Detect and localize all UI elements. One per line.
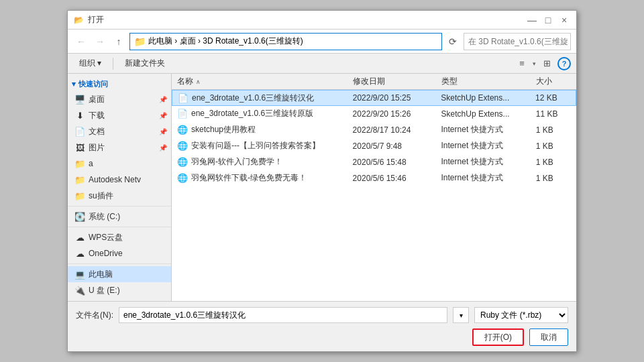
quick-access-header[interactable]: ▾ 快速访问 — [68, 76, 171, 91]
search-input[interactable] — [468, 37, 569, 46]
onedrive-icon: ☁ — [74, 248, 85, 259]
maximize-button[interactable]: □ — [541, 13, 555, 27]
sidebar-item-wps[interactable]: ☁ WPS云盘 — [68, 229, 171, 245]
file-date: 2022/9/20 15:26 — [349, 109, 437, 119]
file-row[interactable]: 🌐 sketchup使用教程 2022/8/17 10:24 Internet … — [172, 122, 576, 138]
view-dropdown-arrow[interactable]: ▾ — [533, 60, 536, 67]
sidebar-label-autodesk: Autodesk Netv — [89, 175, 141, 184]
column-type[interactable]: 类型 — [437, 76, 532, 87]
file-size: 12 KB — [531, 93, 576, 103]
desktop-icon: 🖥️ — [74, 94, 85, 105]
forward-button[interactable]: → — [92, 34, 108, 50]
main-content: ▾ 快速访问 🖥️ 桌面 📌 ⬇ 下载 📌 📄 文档 📌 — [68, 74, 576, 301]
sidebar-item-documents[interactable]: 📄 文档 📌 — [68, 123, 171, 139]
title-bar: 📂 打开 — □ × — [68, 11, 576, 29]
search-box[interactable] — [464, 33, 571, 50]
sidebar-item-downloads[interactable]: ⬇ 下载 📌 — [68, 107, 171, 123]
dialog-title: 打开 — [88, 14, 104, 25]
sidebar-item-onedrive[interactable]: ☁ OneDrive — [68, 245, 171, 261]
sidebar-item-cdrive[interactable]: 💽 系统 (C:) — [68, 208, 171, 225]
file-name: 安装有问题---【上羽问答搜索答案】 — [191, 140, 320, 152]
sidebar-item-thispc[interactable]: 💻 此电脑 — [68, 266, 171, 282]
sidebar-item-autodesk[interactable]: 📁 Autodesk Netv — [68, 172, 171, 188]
sidebar-divider-2 — [68, 227, 171, 227]
filetype-select[interactable]: Ruby 文件 (*.rbz) — [474, 307, 568, 323]
file-size: 1 KB — [532, 141, 576, 151]
file-row[interactable]: 📄 ene_3drotate_v1.0.6三维旋转汉化 2022/9/20 15… — [172, 90, 576, 106]
file-name: 羽兔网软件下载-绿色免费无毒！ — [191, 172, 307, 184]
column-size[interactable]: 大小 — [532, 76, 576, 87]
filename-dropdown-arrow[interactable]: ▾ — [453, 307, 469, 323]
back-button[interactable]: ← — [73, 34, 89, 50]
file-list-header: 名称 ∧ 修改日期 类型 大小 — [172, 74, 576, 90]
file-type: SketchUp Extens... — [437, 109, 532, 119]
column-name[interactable]: 名称 ∧ — [172, 76, 349, 87]
pictures-icon: 🖼 — [74, 142, 85, 153]
sidebar-label-downloads: 下载 — [89, 110, 105, 121]
file-type: SketchUp Extens... — [437, 93, 531, 103]
file-row[interactable]: 🌐 羽兔网软件下载-绿色免费无毒！ 2020/5/6 15:46 Interne… — [172, 170, 576, 186]
address-path[interactable]: 📁 此电脑 › 桌面 › 3D Rotate_v1.0.6(三维旋转) — [129, 33, 442, 50]
toolbar-separator — [113, 58, 113, 70]
file-size: 11 KB — [532, 109, 576, 119]
sidebar-label-documents: 文档 — [89, 126, 105, 137]
sidebar-label-pictures: 图片 — [89, 142, 105, 154]
new-folder-button[interactable]: 新建文件夹 — [119, 56, 171, 71]
folder-autodesk-icon: 📁 — [74, 174, 85, 185]
quick-access-arrow: ▾ — [72, 80, 76, 88]
sidebar-item-pictures[interactable]: 🖼 图片 📌 — [68, 139, 171, 156]
address-bar: ← → ↑ 📁 此电脑 › 桌面 › 3D Rotate_v1.0.6(三维旋转… — [68, 29, 576, 54]
sidebar-item-desktop[interactable]: 🖥️ 桌面 📌 — [68, 91, 171, 107]
action-row: 打开(O) 取消 — [76, 328, 568, 346]
sidebar-divider-1 — [68, 206, 171, 206]
sidebar-label-a: a — [89, 159, 93, 168]
file-icon: 🌐 — [177, 125, 188, 135]
sidebar-label-wps: WPS云盘 — [89, 232, 123, 243]
minimize-button[interactable]: — — [525, 13, 539, 27]
file-date: 2020/5/6 15:46 — [349, 174, 437, 183]
file-date: 2022/9/20 15:25 — [349, 93, 437, 103]
downloads-icon: ⬇ — [74, 110, 85, 121]
file-size: 1 KB — [532, 158, 576, 167]
sidebar: ▾ 快速访问 🖥️ 桌面 📌 ⬇ 下载 📌 📄 文档 📌 — [68, 74, 172, 301]
folder-su-icon: 📁 — [74, 190, 85, 201]
sidebar-item-a[interactable]: 📁 a — [68, 156, 171, 172]
documents-icon: 📄 — [74, 126, 85, 137]
file-icon: 📄 — [177, 109, 188, 119]
file-icon: 🌐 — [177, 173, 188, 184]
column-date-label: 修改日期 — [353, 76, 385, 86]
close-button[interactable]: × — [557, 13, 571, 27]
file-rows-container: 📄 ene_3drotate_v1.0.6三维旋转汉化 2022/9/20 15… — [172, 90, 576, 186]
file-icon: 🌐 — [177, 157, 188, 168]
file-name: 羽兔网-软件入门免费学！ — [191, 156, 282, 168]
open-button[interactable]: 打开(O) — [472, 328, 524, 346]
file-list: 名称 ∧ 修改日期 类型 大小 📄 ene_3drotate_v1.0.6三维旋… — [172, 74, 576, 301]
quick-access-label: 快速访问 — [78, 79, 108, 89]
file-row[interactable]: 🌐 安装有问题---【上羽问答搜索答案】 2020/5/7 9:48 Inter… — [172, 138, 576, 154]
file-size: 1 KB — [532, 125, 576, 135]
organize-button[interactable]: 组织 ▾ — [73, 56, 107, 71]
file-row[interactable]: 🌐 羽兔网-软件入门免费学！ 2020/5/6 15:48 Internet 快… — [172, 154, 576, 170]
file-type: Internet 快捷方式 — [437, 124, 532, 135]
help-button[interactable]: ? — [557, 57, 571, 70]
bottom-section: 文件名(N): ▾ Ruby 文件 (*.rbz) 打开(O) 取消 — [68, 301, 576, 351]
sidebar-item-su[interactable]: 📁 su插件 — [68, 188, 171, 204]
column-date[interactable]: 修改日期 — [349, 76, 437, 87]
file-type: Internet 快捷方式 — [437, 156, 532, 168]
sidebar-item-usb[interactable]: 🔌 U 盘 (E:) — [68, 282, 171, 298]
sidebar-label-usb: U 盘 (E:) — [89, 285, 120, 296]
refresh-button[interactable]: ⟳ — [445, 34, 461, 50]
file-row[interactable]: 📄 ene_3drotate_v1.0.6三维旋转原版 2022/9/20 15… — [172, 106, 576, 122]
cancel-button[interactable]: 取消 — [529, 328, 568, 346]
sidebar-label-cdrive: 系统 (C:) — [89, 211, 120, 223]
file-type: Internet 快捷方式 — [437, 140, 532, 152]
thispc-icon: 💻 — [74, 269, 85, 280]
file-icon: 📄 — [178, 93, 189, 103]
column-name-label: 名称 — [177, 76, 193, 87]
up-button[interactable]: ↑ — [111, 34, 127, 50]
sidebar-divider-3 — [68, 263, 171, 264]
filename-input[interactable] — [119, 307, 447, 323]
view-toggle-button[interactable]: ≡ — [514, 56, 530, 72]
grid-view-button[interactable]: ⊞ — [539, 56, 555, 72]
sidebar-label-su: su插件 — [89, 190, 113, 202]
